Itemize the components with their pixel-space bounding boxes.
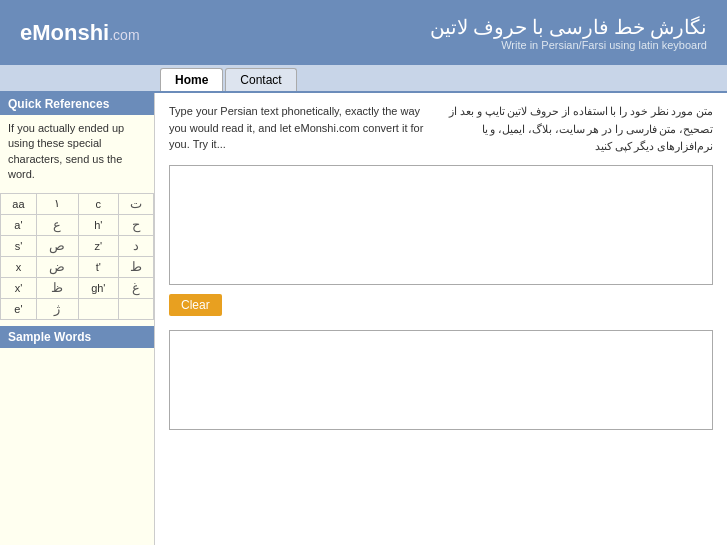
persian-note-block: متن مورد نظر خود را با استفاده از حروف ل…: [447, 103, 713, 161]
logo-com: .com: [109, 27, 139, 43]
quick-refs-table: aa ١ c ت a' ع h' ح s' ص z' د x ض t' ط: [0, 193, 154, 320]
header: eMonshi.com نگارش خط فارسی با حروف لاتین…: [0, 0, 727, 65]
sidebar: Quick References If you actually ended u…: [0, 93, 155, 545]
qref-cell: x': [1, 277, 37, 298]
qref-cell: z': [79, 235, 118, 256]
description-text: Type your Persian text phonetically, exa…: [169, 103, 435, 153]
persian-note: متن مورد نظر خود را با استفاده از حروف ل…: [447, 103, 713, 156]
top-section: Type your Persian text phonetically, exa…: [169, 103, 713, 161]
main-layout: Quick References If you actually ended u…: [0, 93, 727, 545]
qref-cell: د: [118, 235, 153, 256]
table-row: a' ع h' ح: [1, 214, 154, 235]
qref-cell: ع: [36, 214, 78, 235]
qref-cell: aa: [1, 193, 37, 214]
qref-cell: ت: [118, 193, 153, 214]
description-block: Type your Persian text phonetically, exa…: [169, 103, 435, 161]
input-textarea[interactable]: [169, 165, 713, 285]
header-subtitle: Write in Persian/Farsi using latin keybo…: [430, 39, 707, 51]
output-area[interactable]: [169, 330, 713, 430]
qref-cell: e': [1, 298, 37, 319]
sample-words-title: Sample Words: [0, 326, 154, 348]
table-row: s' ص z' د: [1, 235, 154, 256]
qref-cell: ص: [36, 235, 78, 256]
nav: Home Contact: [0, 65, 727, 93]
qref-cell: ظ: [36, 277, 78, 298]
qref-cell: t': [79, 256, 118, 277]
sidebar-intro: If you actually ended up using these spe…: [0, 115, 154, 189]
logo-text: eMonshi: [20, 20, 109, 45]
qref-cell: ح: [118, 214, 153, 235]
logo: eMonshi.com: [20, 20, 140, 46]
qref-cell: [79, 298, 118, 319]
qref-cell: a': [1, 214, 37, 235]
header-title: نگارش خط فارسی با حروف لاتین: [430, 15, 707, 39]
qref-cell: s': [1, 235, 37, 256]
quick-refs-title: Quick References: [0, 93, 154, 115]
qref-cell: ط: [118, 256, 153, 277]
qref-cell: ض: [36, 256, 78, 277]
clear-btn-row: Clear: [169, 294, 713, 324]
qref-cell: غ: [118, 277, 153, 298]
qref-cell: x: [1, 256, 37, 277]
table-row: e' ژ: [1, 298, 154, 319]
tab-contact[interactable]: Contact: [225, 68, 296, 91]
table-row: x ض t' ط: [1, 256, 154, 277]
qref-cell: ١: [36, 193, 78, 214]
qref-cell: c: [79, 193, 118, 214]
qref-cell: gh': [79, 277, 118, 298]
qref-cell: ژ: [36, 298, 78, 319]
qref-cell: [118, 298, 153, 319]
table-row: x' ظ gh' غ: [1, 277, 154, 298]
table-row: aa ١ c ت: [1, 193, 154, 214]
qref-cell: h': [79, 214, 118, 235]
clear-button[interactable]: Clear: [169, 294, 222, 316]
tab-home[interactable]: Home: [160, 68, 223, 91]
content-area: Type your Persian text phonetically, exa…: [155, 93, 727, 545]
header-right: نگارش خط فارسی با حروف لاتین Write in Pe…: [430, 15, 707, 51]
